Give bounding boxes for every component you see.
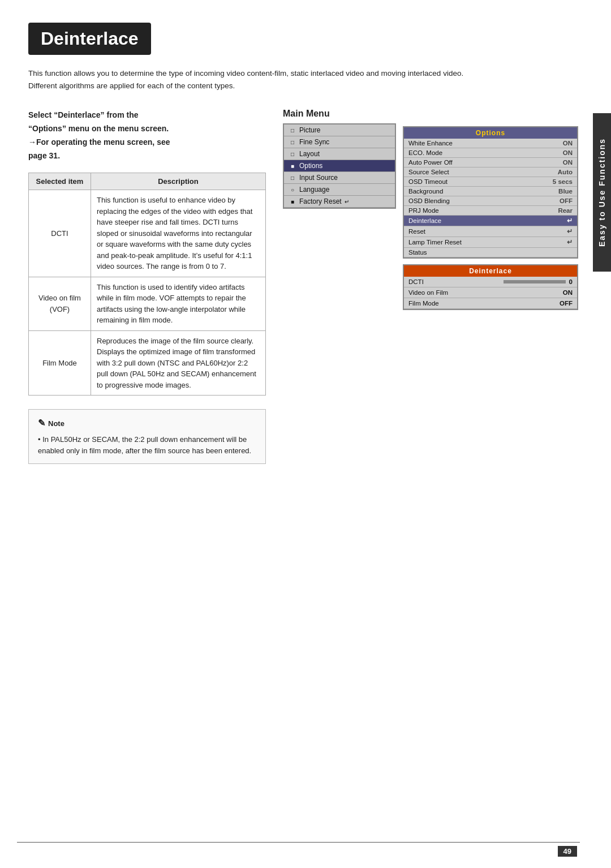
options-row-value: 5 secs [553,178,573,185]
osd-menu-item: □Input Source [284,172,395,184]
heading-line2: “Options” menu on the menu screen. [28,124,169,133]
note-box: ✎ Note • In PAL50Hz or SECAM, the 2:2 pu… [28,409,266,464]
deinterlace-row-label: Video on Film [408,289,448,296]
select-heading: Select “Deinterlace” from the “Options” … [28,109,266,162]
table-row: Video on film (VOF)This function is used… [29,277,266,330]
osd-menu-icon: □ [289,175,296,181]
options-row-label: ECO. Mode [408,149,442,156]
options-row-value: ON [563,149,573,156]
main-menu-label: Main Menu [283,109,583,119]
deinterlace-row-label: DCTI [408,278,424,285]
options-row: BackgroundBlue [404,187,577,196]
osd-menu-label: Picture [299,126,320,134]
osd-menu-label: Input Source [299,174,338,182]
deinterlace-panel-header: Deinterlace [404,265,577,277]
osd-menu-item: □Layout [284,148,395,160]
bottom-divider [17,842,580,843]
left-column: Select “Deinterlace” from the “Options” … [28,109,266,464]
col-header-item: Selected item [29,173,91,190]
item-desc-cell: Reproduces the image of the film source … [91,330,266,396]
right-column: Main Menu □Picture□Fine Sync□Layout■Opti… [283,109,583,310]
deinterlace-row-value: ON [563,289,573,296]
options-row: Reset↵ [404,226,577,237]
options-row: Source SelectAuto [404,167,577,177]
options-row-label: PRJ Mode [408,207,439,214]
item-name-cell: Video on film (VOF) [29,277,91,330]
options-row-value: Auto [558,169,573,175]
osd-menu-icon: □ [289,151,296,157]
options-row-value: Rear [558,207,573,214]
options-row: OSD Timeout5 secs [404,177,577,187]
options-row-label: Background [408,188,443,195]
options-panels: Options White EnhanceONECO. ModeONAuto P… [403,123,578,310]
options-row: Auto Power OffON [404,158,577,167]
options-row: PRJ ModeRear [404,206,577,216]
deinterlace-row-value: 0 [504,278,573,285]
note-icon: ✎ [38,416,45,431]
osd-menu-icon: ■ [289,163,296,169]
deinterlace-row-label: Film Mode [408,300,439,307]
osd-main-menu: □Picture□Fine Sync□Layout■Options□Input … [283,123,396,209]
osd-menu-item: □Fine Sync [284,136,395,148]
options-row: Status [404,248,577,257]
options-row-label: Deinterlace [408,217,441,224]
note-title: ✎ Note [38,416,256,431]
dcti-value: 0 [569,278,573,285]
col-header-desc: Description [91,173,266,190]
osd-menu-icon: □ [289,127,296,134]
heading-line4: page 31. [28,151,60,160]
deinterlace-row: Film ModeOFF [404,298,577,309]
deinterlace-rows: DCTI0Video on FilmONFilm ModeOFF [404,277,577,309]
side-label: Easy to Use Functions [593,113,611,272]
description-table: Selected item Description DCTIThis funct… [28,173,266,396]
osd-menu-item: ■Options [284,160,395,172]
intro-text: This function allows you to determine th… [28,67,492,92]
page-container: Deinterlace This function allows you to … [0,0,611,868]
table-row: Film ModeReproduces the image of the fil… [29,330,266,396]
right-top: □Picture□Fine Sync□Layout■Options□Input … [283,123,583,310]
deinterlace-row: Video on FilmON [404,287,577,298]
options-row-label: Auto Power Off [408,159,453,166]
options-row-value: Blue [558,188,573,195]
osd-menu-item: □Picture [284,124,395,136]
osd-menu-label: Options [299,162,322,170]
options-row-label: OSD Blending [408,197,450,204]
options-row-value: ON [563,159,573,166]
options-row-label: Reset [408,228,425,235]
note-bullet: • In PAL50Hz or SECAM, the 2:2 pull down… [38,434,256,457]
item-desc-cell: This function is useful to enhance video… [91,190,266,277]
osd-deinterlace-panel: Deinterlace DCTI0Video on FilmONFilm Mod… [403,264,578,310]
options-row-label: Lamp Timer Reset [408,239,462,246]
options-row-value: ON [563,140,573,147]
osd-menu-label: Language [299,186,329,194]
table-row: DCTIThis function is useful to enhance v… [29,190,266,277]
content-area: Select “Deinterlace” from the “Options” … [28,109,583,464]
options-panel-header: Options [404,127,577,139]
osd-menu-item: ■Factory Reset ↵ [284,196,395,208]
osd-menu-label: Layout [299,150,320,158]
options-row-value: ↵ [567,217,573,225]
deinterlace-row-value: OFF [560,300,573,307]
page-number: 49 [558,846,577,857]
options-row: White EnhanceON [404,139,577,148]
dcti-slider-bar [504,280,566,283]
options-row-value: OFF [560,197,573,204]
heading-line1: Select “Deinterlace” from the [28,110,139,119]
item-desc-cell: This function is used to identify video … [91,277,266,330]
heading-line3: →For operating the menu screen, see [28,137,170,147]
osd-menu-icon: □ [289,139,296,145]
osd-options-panel: Options White EnhanceONECO. ModeONAuto P… [403,126,578,259]
options-row: Lamp Timer Reset↵ [404,237,577,248]
osd-menu-label: Fine Sync [299,138,329,146]
options-row: OSD BlendingOFF [404,196,577,206]
options-row: ECO. ModeON [404,148,577,158]
options-rows: White EnhanceONECO. ModeONAuto Power Off… [404,139,577,257]
options-row-label: Source Select [408,169,449,175]
item-name-cell: Film Mode [29,330,91,396]
osd-enter-icon: ↵ [345,199,349,205]
options-row-label: OSD Timeout [408,178,448,185]
deinterlace-row: DCTI0 [404,277,577,287]
item-name-cell: DCTI [29,190,91,277]
page-title: Deinterlace [28,23,151,55]
options-row-label: White Enhance [408,140,453,147]
